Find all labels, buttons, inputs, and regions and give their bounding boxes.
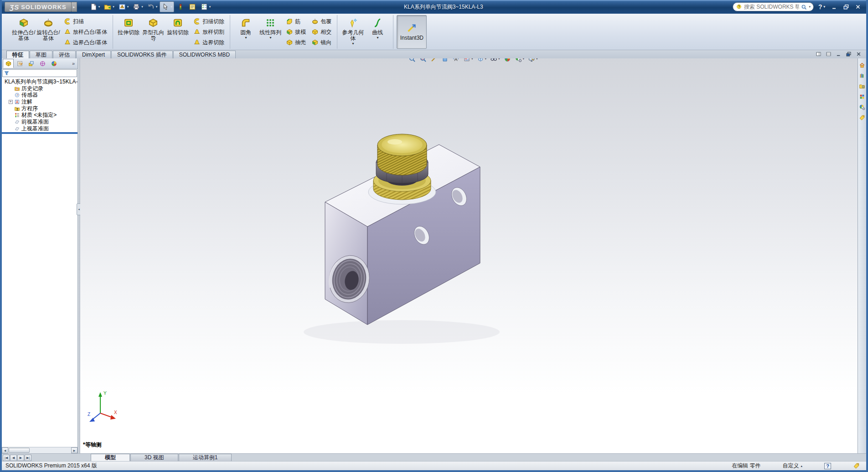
reference-geometry-button[interactable]: 参考几何体 ▼	[341, 15, 365, 49]
scroll-right-icon[interactable]: ▶	[71, 447, 78, 453]
tree-filter-bar[interactable]	[2, 69, 77, 77]
custom-properties-icon[interactable]	[859, 114, 865, 121]
doc-restore-button[interactable]	[845, 51, 852, 57]
tree-item-front-plane[interactable]: 前视基准面	[2, 119, 78, 125]
scroll-left-icon[interactable]: ◀	[2, 447, 8, 453]
extruded-cut-button[interactable]: 拉伸切除	[116, 15, 141, 49]
tab-3d-views[interactable]: 3D 视图	[130, 454, 178, 461]
custom-status-dropdown[interactable]: 自定义 ▴	[782, 462, 802, 470]
options-icon[interactable]: ▾	[199, 1, 212, 12]
3d-drawing-view-icon[interactable]	[451, 58, 460, 63]
section-view-icon[interactable]	[440, 58, 450, 63]
tab-motion-study1[interactable]: 运动算例1	[179, 454, 232, 461]
tree-item-material[interactable]: 材质 <未指定>	[2, 112, 78, 119]
search-options-caret-icon[interactable]: ▾	[809, 5, 811, 9]
doc-pane-split-icon[interactable]	[815, 51, 822, 57]
wrap-button[interactable]: 包覆	[310, 16, 333, 26]
appearances-scenes-icon[interactable]	[859, 104, 865, 110]
design-library-icon[interactable]	[859, 73, 865, 79]
custom-properties-tag-icon[interactable]	[853, 462, 860, 469]
instant3d-button[interactable]: Instant3D	[397, 15, 427, 49]
restore-button[interactable]	[842, 3, 851, 10]
tree-item-top-plane[interactable]: 上视基准面	[2, 125, 78, 131]
tab-dimxpert[interactable]: DimXpert	[76, 51, 111, 58]
zoom-to-fit-icon[interactable]	[408, 58, 417, 63]
revolved-cut-button[interactable]: 旋转切除	[165, 15, 190, 49]
doc-minimize-button[interactable]	[835, 51, 842, 57]
extruded-boss-base-button[interactable]: 拉伸凸台/基体	[11, 15, 36, 49]
file-properties-icon[interactable]	[187, 1, 198, 12]
curves-button[interactable]: 曲线 ▼	[365, 15, 390, 49]
first-tab-button[interactable]: |◀	[3, 455, 10, 461]
file-explorer-icon[interactable]	[859, 83, 865, 89]
doc-pane-split2-icon[interactable]	[825, 51, 832, 57]
lofted-boss-base-button[interactable]: 放样凸台/基体	[62, 27, 108, 37]
menu-expand-arrow-icon[interactable]: ▸	[72, 2, 77, 12]
tab-mbd[interactable]: SOLIDWORKS MBD	[173, 51, 236, 58]
hide-show-items-icon[interactable]: ▾	[489, 58, 501, 63]
open-icon[interactable]: ▾	[102, 1, 116, 12]
next-tab-button[interactable]: ▶	[17, 455, 24, 461]
view-settings-icon[interactable]: ▾	[527, 58, 539, 63]
tab-model[interactable]: 模型	[91, 454, 130, 461]
swept-cut-button[interactable]: 扫描切除	[192, 16, 226, 26]
dimxpertmanager-tab[interactable]	[37, 59, 48, 68]
intersect-button[interactable]: 相交	[310, 27, 333, 37]
tree-item-equations[interactable]: 方程序	[2, 105, 78, 112]
tab-addins[interactable]: SOLIDWORKS 插件	[111, 51, 173, 58]
tree-item-root[interactable]: KLA系列单向节流阀3~15KLA-L3	[2, 78, 78, 85]
publish-edrawings-icon[interactable]: ▾	[117, 1, 130, 12]
minimize-button[interactable]	[830, 3, 839, 10]
solidworks-resources-icon[interactable]	[859, 62, 865, 68]
view-palette-icon[interactable]	[859, 93, 865, 100]
boundary-boss-base-button[interactable]: 边界凸台/基体	[62, 37, 108, 47]
linear-pattern-button[interactable]: 线性阵列 ▼	[258, 15, 283, 49]
tree-horizontal-scrollbar[interactable]: ◀ ▶	[2, 447, 78, 453]
tree-item-annotations[interactable]: + 注解	[2, 99, 78, 105]
hole-wizard-button[interactable]: 异型孔向导	[141, 15, 165, 49]
displaymanager-tab[interactable]	[48, 59, 59, 68]
tree-item-sensors[interactable]: 传感器	[2, 92, 78, 99]
revolved-boss-base-button[interactable]: 旋转凸台/基体	[36, 15, 61, 49]
search-help-box[interactable]: ▾	[733, 2, 814, 11]
featuremanager-tab[interactable]	[3, 59, 14, 68]
close-button[interactable]	[853, 3, 863, 10]
display-style-icon[interactable]: ▾	[476, 58, 488, 63]
configurationmanager-tab[interactable]	[26, 59, 36, 68]
expander-plus-icon[interactable]: +	[9, 100, 13, 104]
title-bar[interactable]: ƷS SOLIDWORKS ▸ ▾ ▾ ▾	[2, 0, 866, 14]
graphics-viewport[interactable]: ▾ ▾ ▾	[80, 58, 858, 453]
fillet-button[interactable]: 圆角 ▼	[233, 15, 258, 49]
previous-view-icon[interactable]	[429, 58, 439, 63]
tab-evaluate[interactable]: 评估	[53, 51, 76, 58]
view-orientation-icon[interactable]: ▾	[462, 58, 474, 63]
more-tabs-chevron-icon[interactable]: »	[72, 61, 77, 66]
part-3d-model[interactable]	[80, 58, 858, 453]
propertymanager-tab[interactable]	[14, 59, 25, 68]
boundary-cut-button[interactable]: 边界切除	[192, 37, 226, 47]
search-input[interactable]	[744, 4, 799, 10]
undo-icon[interactable]: ▾	[145, 1, 159, 12]
rib-button[interactable]: 筋	[284, 16, 307, 26]
tab-features[interactable]: 特征	[6, 51, 29, 58]
select-cursor-icon[interactable]: ▾	[160, 1, 174, 12]
adjustment-knob[interactable]	[368, 134, 436, 204]
zoom-to-area-icon[interactable]	[418, 58, 428, 63]
last-tab-button[interactable]: ▶|	[25, 455, 31, 461]
rebuild-icon[interactable]	[175, 1, 186, 12]
filter-funnel-icon[interactable]	[4, 70, 10, 76]
scrollbar-thumb[interactable]	[9, 448, 30, 453]
quick-tips-help-icon[interactable]: ?	[824, 463, 831, 469]
prev-tab-button[interactable]: ◀	[10, 455, 17, 461]
new-document-icon[interactable]: ▾	[88, 1, 102, 12]
help-button[interactable]: ? ▾	[818, 3, 825, 10]
doc-close-button[interactable]	[855, 51, 863, 57]
draft-button[interactable]: 拔模	[284, 27, 307, 37]
mirror-button[interactable]: 镜向	[310, 37, 333, 47]
apply-scene-icon[interactable]: ▾	[514, 58, 526, 63]
lofted-cut-button[interactable]: 放样切割	[192, 27, 226, 37]
print-icon[interactable]: ▾	[131, 1, 145, 12]
search-icon[interactable]	[801, 4, 807, 10]
tree-item-history[interactable]: 历史记录	[2, 85, 78, 92]
tab-sketch[interactable]: 草图	[30, 51, 52, 58]
